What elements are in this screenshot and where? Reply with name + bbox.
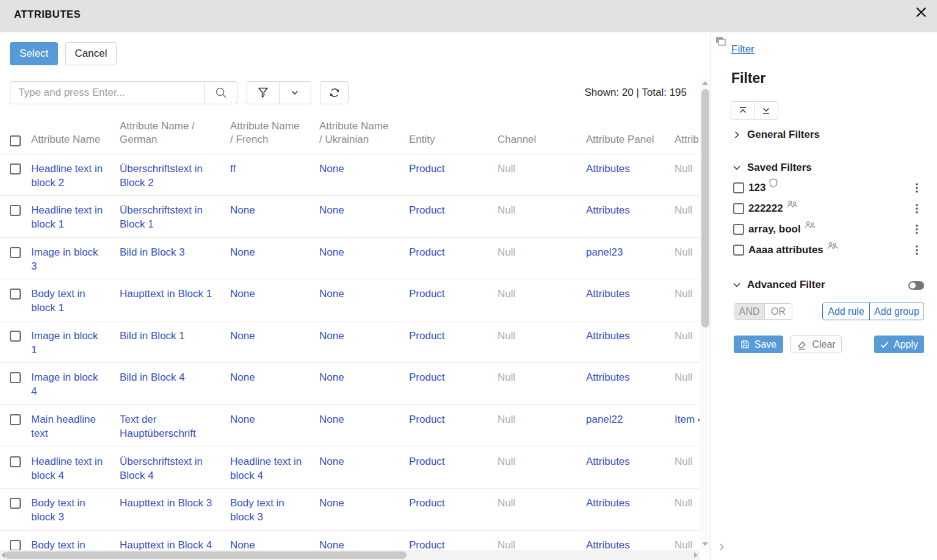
cell-link[interactable]: Headline text in block 2 [31, 163, 103, 188]
popout-icon[interactable] [715, 37, 726, 49]
or-button[interactable]: OR [765, 304, 792, 319]
select-button[interactable]: Select [10, 42, 58, 65]
column-header[interactable]: Channel [497, 116, 586, 154]
cell-link[interactable]: Attributes [586, 456, 630, 467]
cell-link[interactable]: Image in block 1 [31, 330, 98, 356]
cell-link[interactable]: Main headline text [31, 414, 96, 439]
saved-filter-checkbox[interactable] [733, 182, 744, 193]
and-button[interactable]: AND [734, 304, 765, 319]
cell-link[interactable]: panel23 [586, 246, 623, 258]
add-rule-button[interactable]: Add rule [823, 303, 869, 320]
cell-link[interactable]: None [319, 497, 344, 509]
saved-filter-menu-button[interactable] [913, 178, 921, 198]
cell-link[interactable]: Body text in block 4 [31, 539, 85, 550]
cell-link[interactable]: None [230, 372, 255, 383]
row-checkbox[interactable] [10, 163, 21, 174]
column-header[interactable]: Attribute Panel [586, 116, 675, 154]
cell-link[interactable]: Product [409, 497, 445, 509]
cell-link[interactable]: Bild in Block 3 [120, 246, 185, 258]
row-checkbox[interactable] [10, 205, 21, 216]
saved-filter-menu-button[interactable] [913, 240, 921, 260]
search-input[interactable] [10, 82, 204, 104]
cell-link[interactable]: Text der Hauptüberschrift [120, 414, 196, 439]
cell-link[interactable]: Body text in block 3 [230, 497, 284, 523]
cell-link[interactable]: ff [230, 163, 236, 174]
cell-link[interactable]: None [319, 330, 344, 342]
saved-filters-section[interactable]: Saved Filters [731, 162, 812, 174]
saved-filter-menu-button[interactable] [913, 219, 921, 240]
cell-link[interactable]: None [319, 372, 344, 383]
select-all-checkbox[interactable] [10, 135, 21, 146]
cell-link[interactable]: None [319, 288, 344, 300]
saved-filter-checkbox[interactable] [733, 224, 744, 235]
cell-link[interactable]: None [319, 204, 344, 216]
cell-link[interactable]: Überschriftstext in Block 4 [120, 456, 203, 481]
cell-link[interactable]: None [230, 414, 255, 425]
cell-link[interactable]: None [230, 288, 255, 300]
cell-link[interactable]: None [319, 456, 344, 467]
cell-link[interactable]: Haupttext in Block 3 [120, 497, 212, 509]
column-header[interactable]: Entity [409, 116, 497, 154]
general-filters-section[interactable]: General Filters [731, 129, 820, 141]
column-header[interactable]: Attribute Name [31, 116, 120, 154]
save-filter-button[interactable]: Save [734, 336, 783, 353]
cell-link[interactable]: panel22 [586, 414, 623, 425]
cell-link[interactable]: Image in block 4 [31, 372, 98, 397]
row-checkbox[interactable] [10, 498, 21, 509]
clear-filter-button[interactable]: Clear [790, 336, 842, 353]
cell-link[interactable]: Product [409, 372, 445, 383]
cell-link[interactable]: Attributes [586, 204, 630, 216]
column-header[interactable]: Attrib [675, 116, 700, 154]
cell-link[interactable]: Product [409, 204, 445, 216]
row-checkbox[interactable] [10, 331, 21, 342]
cell-link[interactable]: Bild in Block 1 [120, 330, 185, 342]
row-checkbox[interactable] [10, 456, 21, 467]
search-button[interactable] [204, 82, 237, 104]
add-group-button[interactable]: Add group [869, 303, 924, 320]
filter-link[interactable]: Filter [731, 43, 754, 56]
cell-link[interactable]: Überschriftstext in Block 1 [120, 204, 203, 230]
cell-link[interactable]: Attributes [586, 539, 630, 550]
horizontal-scrollbar-thumb[interactable] [5, 551, 407, 559]
column-header[interactable]: Attribute Name / French [230, 116, 319, 154]
row-checkbox[interactable] [10, 540, 21, 550]
cell-link[interactable]: Haupttext in Block 4 [120, 539, 212, 550]
cell-link[interactable]: Product [409, 456, 445, 467]
advanced-filter-section[interactable]: Advanced Filter [731, 279, 825, 291]
scroll-left-arrow[interactable] [1, 552, 5, 558]
column-header[interactable]: Attribute Name / Ukrainian [319, 116, 409, 154]
collapse-panel-button[interactable] [715, 540, 728, 553]
cell-link[interactable]: Headline text in block 1 [31, 204, 103, 230]
cell-link[interactable]: None [319, 246, 344, 258]
cell-link[interactable]: Headline text in block 4 [31, 456, 103, 481]
row-checkbox[interactable] [10, 372, 21, 383]
advanced-filter-toggle[interactable] [908, 281, 924, 290]
saved-filter-checkbox[interactable] [733, 203, 744, 214]
vertical-scrollbar-thumb[interactable] [701, 89, 709, 328]
close-button[interactable] [911, 3, 932, 21]
filter-dropdown-button[interactable] [279, 82, 311, 104]
cancel-button[interactable]: Cancel [65, 42, 117, 65]
cell-link[interactable]: Attributes [586, 330, 630, 342]
cell-link[interactable]: Attributes [586, 288, 630, 300]
cell-link[interactable]: Attributes [586, 163, 630, 174]
cell-link[interactable]: None [230, 246, 255, 258]
cell-link[interactable]: Attributes [586, 497, 630, 509]
cell-link[interactable]: None [319, 163, 344, 174]
scroll-down-arrow[interactable] [702, 542, 708, 546]
apply-filter-button[interactable]: Apply [874, 336, 924, 353]
row-checkbox[interactable] [10, 247, 21, 258]
cell-link[interactable]: Body text in block 3 [31, 497, 85, 523]
column-header[interactable]: Attribute Name / German [120, 116, 230, 154]
cell-link[interactable]: Überschriftstext in Block 2 [120, 163, 203, 188]
collapse-all-button[interactable] [731, 102, 754, 119]
cell-link[interactable]: Product [409, 288, 445, 300]
cell-link[interactable]: None [230, 539, 255, 550]
cell-link[interactable]: None [230, 330, 255, 342]
row-checkbox[interactable] [10, 414, 21, 425]
expand-all-button[interactable] [754, 102, 778, 119]
cell-link[interactable]: None [319, 414, 344, 425]
cell-link[interactable]: Body text in block 1 [31, 288, 85, 314]
scroll-up-arrow[interactable] [702, 81, 708, 85]
cell-link[interactable]: Image in block 3 [31, 246, 98, 272]
